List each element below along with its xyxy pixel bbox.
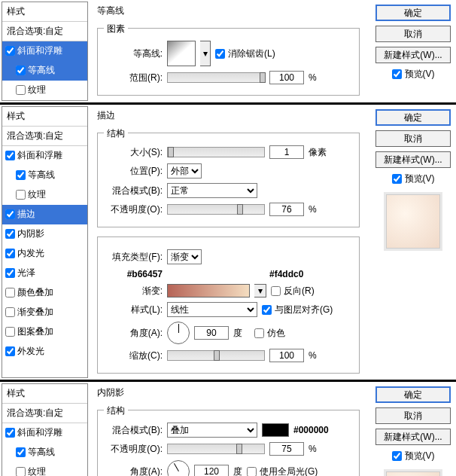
check[interactable] bbox=[5, 151, 15, 160]
angle-dial[interactable] bbox=[167, 460, 190, 476]
range-input[interactable] bbox=[269, 71, 304, 84]
size-input[interactable] bbox=[269, 145, 304, 159]
range-slider[interactable] bbox=[167, 72, 265, 83]
blend-options[interactable]: 混合选项:自定 bbox=[2, 127, 87, 146]
sidebar-item-satin[interactable]: 光泽 bbox=[2, 264, 87, 283]
antialias-label: 消除锯齿(L) bbox=[228, 47, 275, 60]
grad-style-select[interactable]: 线性 bbox=[167, 302, 257, 317]
sidebar-item-contour[interactable]: 等高线 bbox=[2, 166, 87, 185]
preview-label: 预览(V) bbox=[405, 172, 435, 185]
sidebar-item-texture[interactable]: 纹理 bbox=[2, 81, 87, 100]
sidebar-label: 光泽 bbox=[17, 267, 35, 279]
sidebar-label: 斜面和浮雕 bbox=[17, 426, 62, 439]
align-checkbox[interactable] bbox=[262, 305, 272, 315]
position-select[interactable]: 外部 bbox=[167, 163, 202, 178]
check[interactable] bbox=[5, 327, 15, 337]
blendmode-select[interactable]: 正常 bbox=[167, 183, 257, 198]
check[interactable] bbox=[5, 346, 15, 356]
preview-checkbox[interactable] bbox=[392, 451, 402, 461]
new-style-button[interactable]: 新建样式(W)... bbox=[375, 429, 451, 445]
ok-button[interactable]: 确定 bbox=[375, 386, 451, 403]
sidebar-item-contour[interactable]: 等高线 bbox=[2, 443, 87, 462]
sidebar-item-inner-shadow[interactable]: 内阴影 bbox=[2, 224, 87, 244]
angle-dial[interactable] bbox=[167, 322, 190, 344]
check[interactable] bbox=[16, 190, 26, 200]
blendmode-select[interactable]: 叠加 bbox=[167, 423, 257, 438]
preview-checkbox[interactable] bbox=[392, 174, 402, 184]
shadow-color-chip[interactable] bbox=[262, 423, 289, 437]
gradient-label: 渐变: bbox=[105, 285, 163, 298]
align-check[interactable]: 与图层对齐(G) bbox=[262, 304, 333, 316]
check-bevel[interactable] bbox=[5, 46, 15, 56]
new-style-button[interactable]: 新建样式(W)... bbox=[375, 47, 451, 63]
opacity-slider[interactable] bbox=[167, 444, 265, 454]
sidebar-item-inner-glow[interactable]: 内发光 bbox=[2, 244, 87, 264]
cancel-button[interactable]: 取消 bbox=[375, 407, 451, 424]
ok-button[interactable]: 确定 bbox=[375, 109, 451, 126]
check[interactable] bbox=[5, 268, 15, 278]
cancel-button[interactable]: 取消 bbox=[375, 130, 451, 147]
right-column: 确定 取消 新建样式(W)... 预览(V) bbox=[372, 106, 454, 378]
opacity-slider[interactable] bbox=[167, 204, 265, 215]
check[interactable] bbox=[16, 170, 26, 180]
angle-label: 角度(A): bbox=[105, 465, 163, 477]
check[interactable] bbox=[5, 229, 15, 239]
size-label: 大小(S): bbox=[105, 146, 163, 159]
check[interactable] bbox=[16, 447, 26, 457]
opacity-input[interactable] bbox=[269, 442, 304, 456]
sidebar-item-outer-glow[interactable]: 外发光 bbox=[2, 342, 87, 362]
pct-unit: % bbox=[309, 72, 317, 83]
size-slider[interactable] bbox=[167, 147, 265, 157]
fill-type-select[interactable]: 渐变 bbox=[167, 249, 202, 264]
global-light-check[interactable]: 使用全局光(G) bbox=[247, 465, 318, 477]
scale-input[interactable] bbox=[269, 349, 304, 362]
sidebar-item-stroke[interactable]: 描边 bbox=[2, 205, 87, 224]
dither-label: 仿色 bbox=[267, 327, 285, 340]
gradient-bar[interactable] bbox=[167, 284, 250, 298]
antialias-check[interactable]: 消除锯齿(L) bbox=[215, 47, 275, 60]
sidebar-item-texture[interactable]: 纹理 bbox=[2, 462, 87, 476]
reverse-checkbox[interactable] bbox=[271, 286, 281, 296]
check[interactable] bbox=[5, 288, 15, 298]
contour-preview[interactable] bbox=[167, 41, 196, 66]
preview-check[interactable]: 预览(V) bbox=[392, 68, 435, 81]
check[interactable] bbox=[5, 428, 15, 438]
check-contour[interactable] bbox=[16, 66, 26, 75]
cancel-button[interactable]: 取消 bbox=[375, 26, 451, 42]
preview-checkbox[interactable] bbox=[392, 69, 402, 79]
sidebar-item-bevel[interactable]: 斜面和浮雕 bbox=[2, 146, 87, 166]
new-style-button[interactable]: 新建样式(W)... bbox=[375, 151, 451, 168]
reverse-check[interactable]: 反向(R) bbox=[271, 285, 315, 298]
align-label: 与图层对齐(G) bbox=[275, 304, 333, 316]
sidebar-item-pattern-overlay[interactable]: 图案叠加 bbox=[2, 322, 87, 342]
sidebar-item-texture[interactable]: 纹理 bbox=[2, 185, 87, 205]
preview-check[interactable]: 预览(V) bbox=[392, 450, 435, 462]
reverse-label: 反向(R) bbox=[284, 285, 315, 298]
check[interactable] bbox=[5, 307, 15, 317]
blend-options[interactable]: 混合选项:自定 bbox=[2, 22, 87, 41]
check-texture[interactable] bbox=[16, 85, 26, 95]
check[interactable] bbox=[5, 249, 15, 258]
sidebar-item-bevel[interactable]: 斜面和浮雕 bbox=[2, 423, 87, 443]
preview-check[interactable]: 预览(V) bbox=[392, 172, 435, 185]
antialias-checkbox[interactable] bbox=[215, 49, 225, 59]
blend-options[interactable]: 混合选项:自定 bbox=[2, 404, 87, 423]
sidebar-item-grad-overlay[interactable]: 渐变叠加 bbox=[2, 303, 87, 322]
dither-checkbox[interactable] bbox=[254, 328, 264, 338]
ok-button[interactable]: 确定 bbox=[375, 5, 451, 21]
preview-swatch bbox=[386, 194, 440, 249]
dither-check[interactable]: 仿色 bbox=[254, 327, 285, 340]
check[interactable] bbox=[16, 467, 26, 476]
sidebar-item-color-overlay[interactable]: 颜色叠加 bbox=[2, 283, 87, 303]
sidebar-item-contour[interactable]: 等高线 bbox=[2, 61, 87, 81]
global-light-checkbox[interactable] bbox=[247, 467, 257, 477]
scale-slider[interactable] bbox=[167, 350, 265, 361]
sidebar-item-bevel[interactable]: 斜面和浮雕 bbox=[2, 41, 87, 61]
check[interactable] bbox=[5, 209, 15, 219]
opacity-input[interactable] bbox=[269, 203, 304, 216]
contour-dropdown-arrow[interactable]: ▾ bbox=[200, 41, 211, 66]
opacity-label: 不透明度(O): bbox=[105, 443, 163, 456]
angle-input[interactable] bbox=[194, 465, 229, 476]
angle-input[interactable] bbox=[194, 326, 229, 340]
gradient-dropdown-arrow[interactable]: ▾ bbox=[254, 284, 266, 298]
